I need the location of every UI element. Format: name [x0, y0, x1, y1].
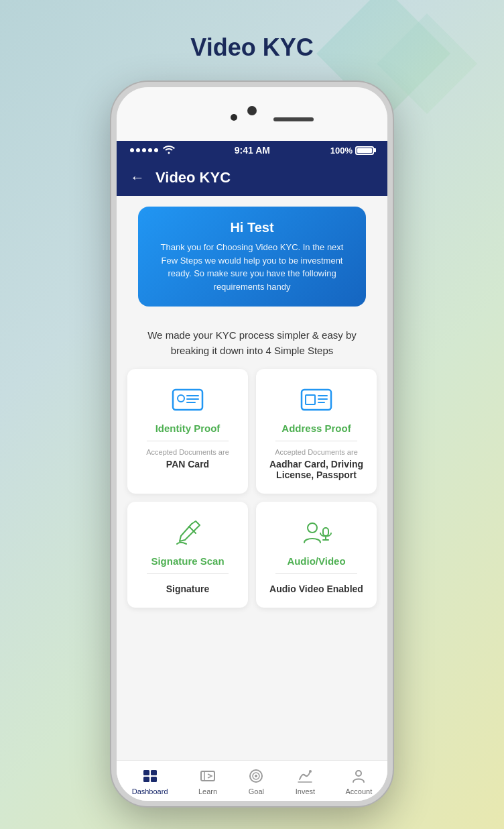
front-camera [231, 114, 237, 121]
phone-mockup: 9:41 AM 100% ← Video KYC Hi Test Thank y… [111, 82, 393, 806]
tab-learn[interactable]: Learn [198, 767, 217, 795]
status-bar: 9:41 AM 100% [117, 141, 387, 160]
signature-docs: Signature [166, 584, 210, 594]
signal-indicator [130, 148, 158, 152]
tab-invest-label: Invest [296, 787, 315, 795]
welcome-description: Thank you for Choosing Video KYC. In the… [151, 241, 353, 293]
svg-point-22 [255, 775, 257, 777]
welcome-banner: Hi Test Thank you for Choosing Video KYC… [138, 207, 366, 307]
identity-accepted-label: Accepted Documents are [146, 448, 229, 456]
main-content: Hi Test Thank you for Choosing Video KYC… [117, 196, 387, 760]
audio-video-card[interactable]: Audio/Video Audio Video Enabled [256, 502, 377, 608]
identity-docs: PAN Card [166, 459, 209, 469]
tab-learn-label: Learn [198, 787, 217, 795]
speaker [273, 117, 314, 121]
wifi-icon [164, 145, 174, 156]
tab-account-label: Account [346, 787, 373, 795]
svg-rect-16 [143, 777, 149, 782]
svg-rect-6 [306, 395, 315, 404]
steps-grid: Identity Proof Accepted Documents are PA… [127, 369, 377, 618]
svg-rect-11 [323, 528, 328, 536]
signature-divider [147, 573, 229, 574]
signature-scan-title: Signature Scan [151, 555, 224, 567]
audio-video-divider [275, 573, 357, 574]
back-button[interactable]: ← [130, 169, 145, 186]
phone-top [117, 87, 387, 141]
svg-rect-14 [143, 770, 149, 775]
welcome-greeting: Hi Test [151, 220, 353, 235]
address-proof-card[interactable]: Address Proof Accepted Documents are Aad… [256, 369, 377, 494]
tab-dashboard-label: Dashboard [132, 787, 168, 795]
battery-percent: 100% [330, 146, 353, 156]
steps-intro-text: We made your KYC process simpler & easy … [127, 317, 377, 369]
identity-divider [147, 441, 229, 441]
tab-bar: Dashboard Learn [117, 760, 387, 801]
identity-proof-title: Identity Proof [155, 423, 220, 434]
battery-icon [355, 146, 374, 155]
tab-goal-label: Goal [249, 787, 264, 795]
signature-scan-card[interactable]: Signature Scan Signature [127, 502, 248, 608]
svg-point-24 [356, 771, 361, 776]
nav-title: Video KYC [155, 169, 231, 186]
address-proof-title: Address Proof [281, 423, 351, 434]
svg-point-1 [178, 395, 184, 402]
status-time: 9:41 AM [235, 145, 270, 156]
status-left [130, 145, 174, 156]
phone-screen: 9:41 AM 100% ← Video KYC Hi Test Thank y… [117, 141, 387, 801]
audio-video-icon [300, 515, 333, 549]
tab-goal[interactable]: Goal [247, 767, 265, 795]
svg-point-23 [309, 770, 312, 773]
signature-icon [171, 515, 204, 549]
face-id-camera [247, 106, 257, 115]
navigation-bar: ← Video KYC [117, 160, 387, 196]
dashboard-icon [141, 767, 159, 785]
tab-dashboard[interactable]: Dashboard [132, 767, 168, 795]
identity-icon [171, 382, 204, 416]
audio-video-title: Audio/Video [287, 555, 345, 567]
learn-icon [199, 767, 216, 785]
address-accepted-label: Accepted Documents are [275, 448, 358, 456]
status-right: 100% [330, 146, 374, 156]
address-icon [300, 382, 333, 416]
svg-point-10 [308, 523, 317, 533]
identity-proof-card[interactable]: Identity Proof Accepted Documents are PA… [127, 369, 248, 494]
invest-icon [296, 767, 314, 785]
tab-account[interactable]: Account [346, 767, 373, 795]
account-icon [350, 767, 367, 785]
address-divider [275, 441, 357, 441]
svg-rect-17 [151, 777, 157, 782]
svg-rect-15 [151, 770, 157, 775]
address-docs: Aadhar Card, Driving License, Passport [265, 459, 367, 480]
audio-video-docs: Audio Video Enabled [269, 584, 363, 594]
goal-icon [247, 767, 265, 785]
page-title: Video KYC [190, 34, 313, 62]
tab-invest[interactable]: Invest [296, 767, 315, 795]
